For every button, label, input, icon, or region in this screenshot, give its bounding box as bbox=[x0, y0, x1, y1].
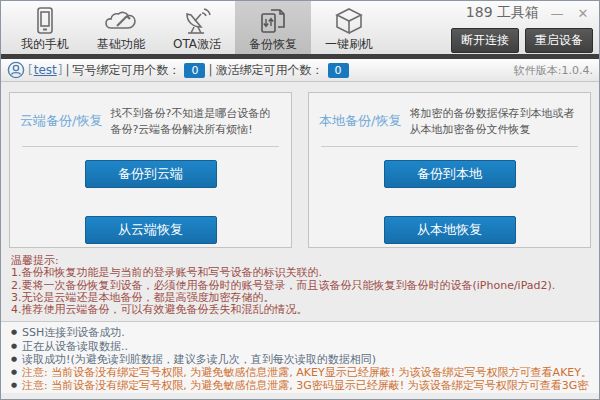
bullet-icon: ● bbox=[11, 340, 17, 353]
username-link[interactable]: test bbox=[34, 63, 57, 77]
tab-basic-functions[interactable]: 基础功能 bbox=[83, 1, 159, 54]
cloud-backup-panel: 云端备份/恢复 找不到备份?不知道是哪台设备的备份?云端备份解决所有烦恼! 备份… bbox=[9, 92, 292, 248]
separator: | bbox=[65, 63, 69, 77]
bullet-icon: ● bbox=[11, 326, 17, 339]
tab-label: 基础功能 bbox=[97, 37, 145, 51]
write-quota-value: 0 bbox=[184, 63, 205, 78]
tips-title: 温馨提示: bbox=[11, 255, 589, 267]
main-tab-bar: 我的手机 基础功能 bbox=[1, 1, 599, 54]
username-bracket: [ bbox=[28, 63, 33, 77]
backup-to-cloud-button[interactable]: 备份到云端 bbox=[85, 160, 217, 188]
tab-one-click-flash[interactable]: 一键刷机 bbox=[311, 1, 387, 54]
log-entry: ● SSH连接到设备成功. bbox=[11, 326, 589, 339]
tips-section: 温馨提示: 1.备份和恢复功能是与当前的登录账号和写号设备的标识关联的. 2.要… bbox=[1, 248, 599, 316]
activate-quota-label: 激活绑定可用个数： bbox=[216, 62, 324, 79]
tip-item: 3.无论是云端还是本地备份，都是高强度加密存储的。 bbox=[11, 292, 589, 304]
restore-from-cloud-button[interactable]: 从云端恢复 bbox=[85, 216, 217, 244]
disconnect-button[interactable]: 断开连接 bbox=[451, 28, 519, 53]
cube-icon bbox=[334, 5, 364, 37]
tip-item: 4.推荐使用云端备份，可以有效避免备份丢失和混乱的情况。 bbox=[11, 304, 589, 316]
log-entry: ● 正在从设备读取数据.. bbox=[11, 340, 589, 353]
cloud-edit-icon bbox=[104, 5, 138, 37]
local-backup-panel: 本地备份/恢复 将加密的备份数据保存到本地或者从本地加密备份文件恢复 备份到本地… bbox=[308, 92, 591, 248]
bullet-icon: ● bbox=[11, 366, 17, 379]
phone-icon bbox=[32, 5, 58, 37]
status-log: ● SSH连接到设备成功. ● 正在从设备读取数据.. ● 读取成功!(为避免读… bbox=[1, 321, 599, 392]
local-panel-description: 将加密的备份数据保存到本地或者从本地加密备份文件恢复 bbox=[409, 106, 580, 138]
divider bbox=[22, 146, 279, 147]
write-quota-label: 写号绑定可用个数： bbox=[72, 62, 180, 79]
close-button[interactable]: ✕ bbox=[575, 6, 591, 21]
separator: | bbox=[208, 63, 212, 77]
tab-label: 备份恢复 bbox=[249, 37, 297, 51]
activate-quota-value: 0 bbox=[328, 63, 349, 78]
tip-item: 2.要将一次备份恢复到设备，必须使用备份时的账号登录，而且该备份只能恢复到备份时… bbox=[11, 280, 589, 292]
bullet-icon: ● bbox=[11, 379, 17, 392]
divider bbox=[321, 146, 578, 147]
backup-panels: 云端备份/恢复 找不到备份?不知道是哪台设备的备份?云端备份解决所有烦恼! 备份… bbox=[1, 82, 599, 248]
backup-to-local-button[interactable]: 备份到本地 bbox=[384, 160, 516, 188]
software-version: 软件版本:1.0.4. bbox=[514, 63, 593, 78]
log-entry-warning: ● 注意: 当前设备没有绑定写号权限, 为避免敏感信息泄露, AKEY显示已经屏… bbox=[11, 366, 589, 379]
user-bar: [ test ] | 写号绑定可用个数： 0 | 激活绑定可用个数： 0 软件版… bbox=[1, 59, 599, 82]
tab-ota-activation[interactable]: OTA激活 bbox=[159, 1, 235, 54]
tab-label: 我的手机 bbox=[21, 37, 69, 51]
log-entry-warning: ● 注意: 当前设备没有绑定写号权限, 为避免敏感信息泄露, 3G密码显示已经屏… bbox=[11, 379, 589, 392]
tab-label: 一键刷机 bbox=[325, 37, 373, 51]
restore-from-local-button[interactable]: 从本地恢复 bbox=[384, 216, 516, 244]
tab-label: OTA激活 bbox=[173, 37, 221, 51]
cloud-panel-description: 找不到备份?不知道是哪台设备的备份?云端备份解决所有烦恼! bbox=[110, 106, 281, 138]
app-window: 我的手机 基础功能 bbox=[0, 0, 600, 400]
user-avatar-icon bbox=[7, 61, 25, 79]
reboot-device-button[interactable]: 重启设备 bbox=[525, 28, 593, 53]
tab-backup-restore[interactable]: 备份恢复 bbox=[235, 1, 311, 54]
tab-my-phone[interactable]: 我的手机 bbox=[7, 1, 83, 54]
bullet-icon: ● bbox=[11, 353, 17, 366]
app-title: 189 工具箱 bbox=[466, 4, 539, 22]
cloud-panel-title: 云端备份/恢复 bbox=[20, 106, 102, 130]
minimize-button[interactable]: — bbox=[549, 6, 565, 21]
satellite-dish-icon bbox=[182, 5, 212, 37]
local-panel-title: 本地备份/恢复 bbox=[319, 106, 401, 130]
backup-restore-icon bbox=[258, 5, 288, 37]
log-entry: ● 读取成功!(为避免读到脏数据，建议多读几次，直到每次读取的数据相同) bbox=[11, 353, 589, 366]
tip-item: 1.备份和恢复功能是与当前的登录账号和写号设备的标识关联的. bbox=[11, 267, 589, 279]
username-bracket: ] bbox=[58, 63, 63, 77]
